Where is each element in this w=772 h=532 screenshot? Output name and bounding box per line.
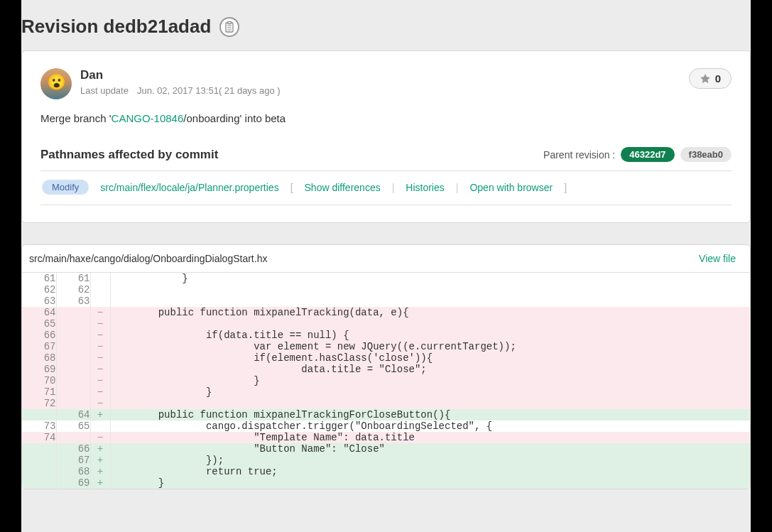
old-line-number[interactable]: 70	[22, 375, 56, 386]
diff-sign	[90, 420, 110, 432]
new-line-number[interactable]: 67	[56, 455, 90, 466]
diff-row: 6262	[22, 284, 750, 295]
new-line-number[interactable]	[56, 398, 90, 409]
diff-file-path: src/main/haxe/cango/dialog/OnboardingDia…	[29, 253, 267, 264]
diff-code: public function mixpanelTrackingForClose…	[110, 409, 750, 420]
diff-row: 67− var element = new JQuery((e.currentT…	[22, 341, 750, 352]
copy-revision-button[interactable]	[219, 17, 239, 37]
last-update: Last updateJun. 02, 2017 13:51( 21 days …	[80, 85, 281, 96]
ticket-link[interactable]: CANGO-10846	[112, 112, 184, 124]
new-line-number[interactable]: 65	[56, 420, 90, 432]
view-file-link[interactable]: View file	[699, 253, 736, 264]
new-line-number[interactable]	[56, 352, 90, 364]
diff-row: 68− if(element.hasClass('close')){	[22, 352, 750, 364]
diff-row: 6161 }	[22, 273, 750, 284]
new-line-number[interactable]	[56, 364, 90, 375]
commit-author: Dan Last updateJun. 02, 2017 13:51( 21 d…	[40, 68, 281, 99]
svg-rect-1	[228, 21, 232, 23]
old-line-number[interactable]: 74	[22, 432, 56, 443]
diff-code: data.title = "Close";	[110, 364, 750, 375]
old-line-number[interactable]	[22, 409, 56, 420]
commit-message-prefix: Merge branch '	[40, 112, 112, 124]
old-line-number[interactable]: 66	[22, 330, 56, 341]
new-line-number[interactable]: 66	[56, 443, 90, 455]
old-line-number[interactable]: 65	[22, 318, 56, 330]
new-line-number[interactable]: 62	[56, 284, 90, 295]
diff-code	[110, 284, 750, 295]
diff-sign	[90, 273, 110, 284]
old-line-number[interactable]: 64	[22, 307, 56, 318]
old-line-number[interactable]	[22, 477, 56, 489]
page-title: Revision dedb21adad	[21, 16, 211, 38]
old-line-number[interactable]: 69	[22, 364, 56, 375]
diff-sign	[90, 295, 110, 307]
author-name[interactable]: Dan	[80, 68, 281, 82]
diff-code: }	[110, 386, 750, 398]
diff-code: public function mixpanelTracking(data, e…	[110, 307, 750, 318]
star-button[interactable]: 0	[689, 68, 732, 89]
commit-message: Merge branch 'CANGO-10846/onboarding' in…	[40, 112, 732, 124]
diff-sign: +	[90, 466, 110, 477]
new-line-number[interactable]: 69	[56, 477, 90, 489]
affected-file-path[interactable]: src/main/flex/locale/ja/Planner.properti…	[100, 182, 278, 193]
new-line-number[interactable]	[56, 386, 90, 398]
diff-code: "Template Name": data.title	[110, 432, 750, 443]
show-differences-link[interactable]: Show differences	[305, 182, 381, 193]
diff-row: 65−	[22, 318, 750, 330]
new-line-number[interactable]	[56, 432, 90, 443]
separator: |	[456, 182, 459, 193]
diff-sign: −	[90, 352, 110, 364]
diff-sign: −	[90, 318, 110, 330]
diff-row: 66+ "Button Name": "Close"	[22, 443, 750, 455]
diff-sign: −	[90, 398, 110, 409]
diff-sign: −	[90, 432, 110, 443]
diff-sign: −	[90, 330, 110, 341]
old-line-number[interactable]	[22, 466, 56, 477]
new-line-number[interactable]	[56, 375, 90, 386]
new-line-number[interactable]: 64	[56, 409, 90, 420]
old-line-number[interactable]: 72	[22, 398, 56, 409]
diff-sign	[90, 284, 110, 295]
new-line-number[interactable]	[56, 330, 90, 341]
parent-revision-label: Parent revision :	[543, 149, 615, 161]
new-line-number[interactable]	[56, 307, 90, 318]
new-line-number[interactable]	[56, 341, 90, 352]
star-icon	[700, 73, 711, 85]
old-line-number[interactable]	[22, 455, 56, 466]
old-line-number[interactable]	[22, 443, 56, 455]
diff-sign: −	[90, 375, 110, 386]
parent-revision-pill[interactable]: f38eab0	[680, 147, 732, 162]
new-line-number[interactable]	[56, 318, 90, 330]
old-line-number[interactable]: 73	[22, 420, 56, 432]
diff-sign: −	[90, 386, 110, 398]
diff-card: src/main/haxe/cango/dialog/OnboardingDia…	[21, 244, 751, 489]
diff-code: if(element.hasClass('close')){	[110, 352, 750, 364]
diff-code	[110, 318, 750, 330]
new-line-number[interactable]: 68	[56, 466, 90, 477]
old-line-number[interactable]: 61	[22, 273, 56, 284]
old-line-number[interactable]: 68	[22, 352, 56, 364]
diff-sign: +	[90, 477, 110, 489]
diff-row: 71− }	[22, 386, 750, 398]
open-with-browser-link[interactable]: Open with browser	[469, 182, 553, 193]
old-line-number[interactable]: 62	[22, 284, 56, 295]
diff-sign: +	[90, 443, 110, 455]
old-line-number[interactable]: 63	[22, 295, 56, 307]
diff-code: return true;	[110, 466, 750, 477]
diff-code: }	[110, 477, 750, 489]
old-line-number[interactable]: 67	[22, 341, 56, 352]
pathnames-title: Pathnames affected by commit	[40, 148, 218, 162]
diff-row: 69− data.title = "Close";	[22, 364, 750, 375]
parent-revision-pill[interactable]: 46322d7	[621, 147, 674, 162]
star-count: 0	[715, 72, 721, 85]
avatar[interactable]	[40, 68, 72, 99]
page-header: Revision dedb21adad	[21, 0, 751, 50]
commit-card: Dan Last updateJun. 02, 2017 13:51( 21 d…	[21, 50, 751, 223]
clipboard-icon	[224, 21, 234, 33]
old-line-number[interactable]: 71	[22, 386, 56, 398]
new-line-number[interactable]: 63	[56, 295, 90, 307]
new-line-number[interactable]: 61	[56, 273, 90, 284]
bracket-close: ]	[564, 182, 567, 193]
histories-link[interactable]: Histories	[406, 182, 444, 193]
diff-code: if(data.title == null) {	[110, 330, 750, 341]
